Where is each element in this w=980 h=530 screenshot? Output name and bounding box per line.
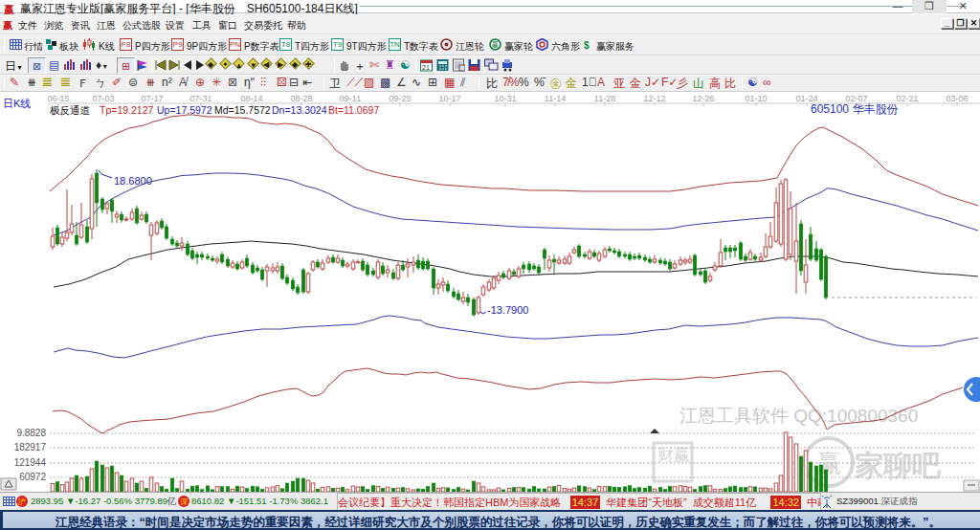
- svg-text:60972: 60972: [19, 472, 46, 482]
- svg-text:18.6800: 18.6800: [114, 175, 152, 187]
- svg-text:-13.7900: -13.7900: [487, 304, 528, 316]
- svg-text:03-06: 03-06: [946, 94, 968, 103]
- svg-text:12-12: 12-12: [643, 94, 665, 103]
- svg-text:02-21: 02-21: [896, 94, 918, 103]
- svg-text:11-14: 11-14: [545, 94, 566, 103]
- svg-text:07-31: 07-31: [189, 94, 212, 103]
- svg-text:Bt=11.0697: Bt=11.0697: [328, 104, 379, 116]
- svg-text:12-26: 12-26: [692, 94, 714, 103]
- svg-text:06-15: 06-15: [47, 94, 69, 103]
- svg-text:9.8828: 9.8828: [16, 428, 46, 438]
- svg-text:121944: 121944: [14, 457, 47, 468]
- svg-text:11-28: 11-28: [594, 94, 615, 103]
- svg-text:182917: 182917: [14, 442, 47, 453]
- svg-text:10-17: 10-17: [438, 94, 460, 103]
- svg-text:深: 深: [180, 497, 188, 506]
- svg-text:Tp=19.2127: Tp=19.2127: [100, 104, 154, 116]
- svg-text:极反通道: 极反通道: [49, 104, 91, 116]
- svg-text:日K线: 日K线: [3, 98, 31, 109]
- svg-text:Up=17.5972: Up=17.5972: [157, 104, 212, 116]
- svg-text:21: 21: [422, 64, 430, 71]
- svg-text:605100 华丰股份: 605100 华丰股份: [811, 102, 898, 116]
- svg-text:Dn=13.3024: Dn=13.3024: [272, 104, 327, 116]
- svg-text:赢: 赢: [492, 41, 499, 49]
- svg-text:10-31: 10-31: [494, 94, 516, 103]
- svg-text:08-14: 08-14: [240, 94, 262, 103]
- svg-text:江恩工具软件 QQ:100800360: 江恩工具软件 QQ:100800360: [679, 406, 918, 426]
- svg-text:Md=15.7572: Md=15.7572: [214, 104, 271, 116]
- svg-text:家聊吧: 家聊吧: [855, 450, 942, 481]
- svg-text:01-10: 01-10: [745, 94, 767, 103]
- svg-text:07-03: 07-03: [92, 94, 114, 103]
- svg-text:09-25: 09-25: [389, 94, 411, 103]
- svg-text:08-28: 08-28: [290, 94, 312, 103]
- svg-text:沪: 沪: [17, 497, 26, 506]
- svg-text:09-11: 09-11: [340, 94, 361, 103]
- svg-text:07-17: 07-17: [141, 94, 163, 103]
- svg-text:财赢: 财赢: [657, 446, 690, 464]
